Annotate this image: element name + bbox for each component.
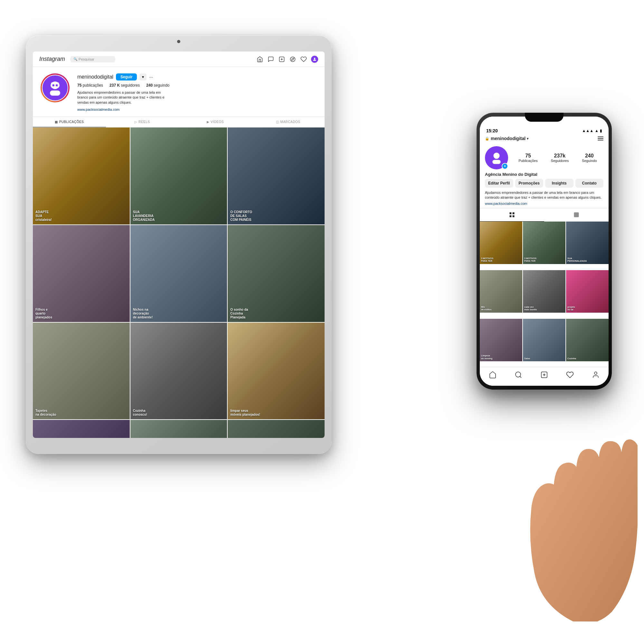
avatar-inner bbox=[42, 75, 68, 101]
mobile-username-header: 🔒 meninododigital ▾ bbox=[485, 136, 528, 141]
scene: Instagram 🔍 Pesquisar bbox=[16, 16, 628, 628]
followers-count: 237k bbox=[554, 153, 566, 159]
publications-stat: 75 publicações bbox=[77, 83, 103, 88]
avatar-container bbox=[41, 73, 70, 102]
svg-point-13 bbox=[493, 153, 499, 159]
mobile-grid-5[interactable]: cada vezmais bonito bbox=[523, 270, 565, 313]
svg-point-21 bbox=[516, 372, 521, 377]
posts-grid: ADAPTESUAcristaleira! SUALAVANDERIAORGAN… bbox=[33, 128, 325, 438]
grid-item-6[interactable]: O sonho daCozinhaPlanejada bbox=[228, 225, 325, 322]
user-avatar-nav[interactable] bbox=[311, 56, 318, 63]
svg-rect-15 bbox=[510, 212, 512, 214]
avatar-ring bbox=[41, 73, 70, 102]
tablet-screen: Instagram 🔍 Pesquisar bbox=[33, 52, 325, 438]
mobile-tab-grid[interactable] bbox=[480, 208, 544, 222]
username-row: meninododigital Seguir ▾ ··· bbox=[77, 73, 317, 81]
tab-videos[interactable]: ▶ VÍDEOS bbox=[179, 117, 252, 127]
mobile-grid-6[interactable]: projetodo lar bbox=[566, 270, 609, 313]
dropdown-button[interactable]: ▾ bbox=[139, 73, 147, 81]
signal-icon: ▲▲▲ bbox=[582, 128, 593, 133]
mobile-grid-8[interactable]: Salas bbox=[523, 319, 565, 361]
username: meninododigital bbox=[77, 74, 113, 80]
grid-item-8[interactable]: Cozinhaconosco! bbox=[130, 323, 227, 420]
svg-point-11 bbox=[52, 84, 54, 87]
instagram-mobile-ui: 15:20 ▲▲▲ ▲ ▮ 🔒 meninododigital ▾ bbox=[480, 117, 609, 386]
mobile-tab-tagged[interactable] bbox=[544, 208, 609, 222]
tab-publications[interactable]: ▦ PUBLICAÇÕES bbox=[33, 117, 106, 127]
search-bar[interactable]: 🔍 Pesquisar bbox=[70, 56, 115, 62]
tab-reels[interactable]: ▷ REELS bbox=[106, 117, 179, 127]
tablet-camera bbox=[177, 40, 180, 43]
phone-frame: 15:20 ▲▲▲ ▲ ▮ 🔒 meninododigital ▾ bbox=[477, 113, 612, 390]
svg-line-22 bbox=[520, 376, 521, 378]
grid-item-1[interactable]: ADAPTESUAcristaleira! bbox=[33, 128, 130, 224]
mobile-grid-2[interactable]: 3 MOTIVOSPARA TER bbox=[523, 222, 565, 264]
web-header: Instagram 🔍 Pesquisar bbox=[33, 52, 325, 67]
heart-icon[interactable] bbox=[300, 56, 307, 63]
bottom-profile[interactable] bbox=[591, 370, 600, 379]
grid-item-2[interactable]: SUALAVANDERIAORGANIZADA bbox=[130, 128, 227, 224]
messages-icon[interactable] bbox=[267, 56, 274, 63]
header-username: meninododigital bbox=[491, 136, 526, 141]
instagram-web-ui: Instagram 🔍 Pesquisar bbox=[33, 52, 325, 438]
followers-stat: 237 K seguidores bbox=[109, 83, 140, 88]
mobile-website[interactable]: www.packsocialmedia.com bbox=[480, 202, 609, 208]
bottom-heart[interactable] bbox=[565, 370, 574, 379]
svg-point-3 bbox=[290, 57, 295, 62]
svg-point-26 bbox=[594, 372, 597, 374]
phone-device: 15:20 ▲▲▲ ▲ ▮ 🔒 meninododigital ▾ bbox=[477, 113, 612, 390]
mobile-bio: Ajudamos empreendedores a passar de uma … bbox=[480, 190, 609, 202]
svg-rect-14 bbox=[492, 160, 501, 164]
mobile-grid-1[interactable]: 3 MOTIVOSPARA TER bbox=[480, 222, 522, 264]
bio-text: Ajudamos empreendedores a passar de uma … bbox=[77, 90, 167, 105]
add-story-button[interactable]: + bbox=[502, 163, 508, 169]
action-buttons: Editar Perfil Promoções Insights Contato bbox=[480, 179, 609, 190]
hand bbox=[515, 428, 638, 621]
following-stat: 240 seguindo bbox=[146, 83, 169, 88]
svg-point-20 bbox=[575, 213, 576, 214]
insights-button[interactable]: Insights bbox=[545, 179, 573, 188]
website-link[interactable]: www.packsocialmedia.com bbox=[77, 108, 119, 111]
grid-item-4[interactable]: Filhos equartoplanejados bbox=[33, 225, 130, 322]
svg-point-12 bbox=[56, 84, 58, 87]
status-icons: ▲▲▲ ▲ ▮ bbox=[582, 128, 602, 133]
home-icon[interactable] bbox=[256, 56, 263, 63]
add-icon[interactable] bbox=[278, 56, 285, 63]
svg-rect-17 bbox=[510, 215, 512, 217]
mobile-header: 🔒 meninododigital ▾ bbox=[480, 134, 609, 144]
mobile-grid-9[interactable]: Cozinha bbox=[566, 319, 609, 361]
grid-item-10[interactable]: Evidenciamambiente! bbox=[33, 420, 130, 438]
contact-button[interactable]: Contato bbox=[575, 179, 604, 188]
grid-item-12[interactable]: Móveis sobmedida! bbox=[228, 420, 325, 438]
stats-row: 75 publicações 237 K seguidores 240 segu… bbox=[77, 83, 317, 88]
profile-info: meninododigital Seguir ▾ ··· 75 publicaç… bbox=[77, 73, 317, 112]
mobile-stat-posts: 75 Publicações bbox=[518, 153, 537, 163]
mobile-grid-3[interactable]: SUAPERSONALIZADA bbox=[566, 222, 609, 264]
mobile-grid-7[interactable]: Limpezado moving bbox=[480, 319, 522, 361]
bottom-search[interactable] bbox=[514, 370, 523, 379]
grid-item-7[interactable]: Tapetesna decoração bbox=[33, 323, 130, 420]
mobile-tabs bbox=[480, 208, 609, 222]
grid-item-9[interactable]: limpar seusmóveis planejados! bbox=[228, 323, 325, 420]
bottom-add[interactable] bbox=[540, 370, 549, 379]
follow-button[interactable]: Seguir bbox=[116, 73, 137, 81]
mobile-grid-4[interactable]: Mixde estilos bbox=[480, 270, 522, 313]
more-button[interactable]: ··· bbox=[149, 74, 153, 80]
svg-point-5 bbox=[314, 58, 316, 59]
posts-label: Publicações bbox=[518, 159, 537, 163]
mobile-display-name: Agência Menino do Digital bbox=[480, 172, 609, 179]
hamburger-menu[interactable] bbox=[598, 137, 603, 140]
compass-icon[interactable] bbox=[289, 56, 296, 63]
following-count: 240 bbox=[585, 153, 594, 159]
bottom-home[interactable] bbox=[488, 370, 497, 379]
tablet-device: Instagram 🔍 Pesquisar bbox=[26, 35, 332, 454]
wifi-icon: ▲ bbox=[595, 128, 599, 133]
edit-profile-button[interactable]: Editar Perfil bbox=[485, 179, 513, 188]
tab-tagged[interactable]: ◫ MARCADOS bbox=[252, 117, 325, 127]
promotions-button[interactable]: Promoções bbox=[515, 179, 544, 188]
grid-item-11[interactable]: Projetoscorporativos. bbox=[130, 420, 227, 438]
grid-item-5[interactable]: Nichos nadecoraçãode ambiente! bbox=[130, 225, 227, 322]
grid-item-3[interactable]: O CONFORTODE SALASCOM PAINÉIS bbox=[228, 128, 325, 224]
tablet-frame: Instagram 🔍 Pesquisar bbox=[26, 35, 332, 454]
mobile-stats: 75 Publicações 237k Seguidores 240 Segui… bbox=[512, 153, 603, 163]
